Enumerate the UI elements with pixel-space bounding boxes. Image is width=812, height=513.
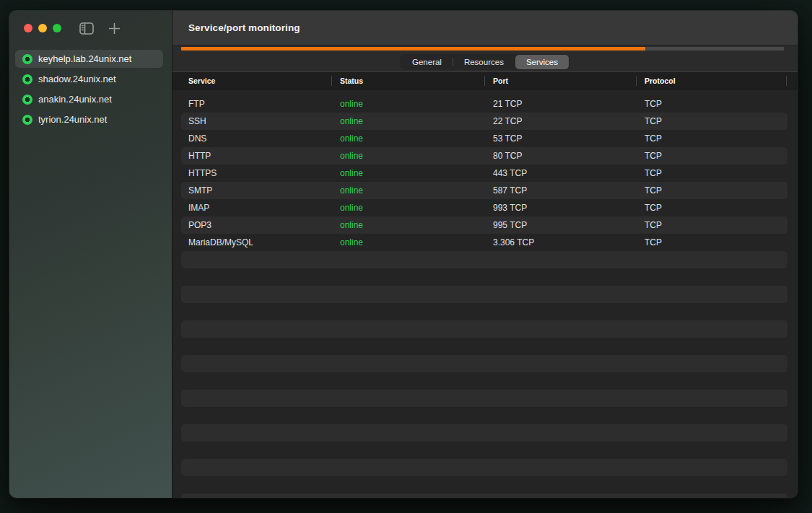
cell-status: online — [331, 234, 484, 251]
table-row-empty[interactable] — [173, 459, 798, 476]
service-table-body: FTP online 21 TCP TCP SSH online 22 TCP … — [173, 89, 798, 498]
table-row[interactable]: HTTP online 80 TCP TCP — [173, 147, 798, 165]
table-row-empty[interactable] — [173, 494, 798, 498]
column-header-service[interactable]: Service — [173, 72, 331, 89]
cell-service: SMTP — [173, 182, 331, 199]
table-row-empty[interactable] — [173, 372, 798, 390]
tab-general[interactable]: General — [401, 55, 453, 69]
cell-port: 3.306 TCP — [484, 234, 636, 251]
sidebar-item-server-3[interactable]: tyrion.24unix.net — [15, 110, 163, 128]
app-window: keyhelp.lab.24unix.net shadow.24unix.net… — [9, 11, 798, 498]
server-status-icon — [22, 54, 32, 64]
sidebar-item-server-1[interactable]: shadow.24unix.net — [15, 70, 163, 88]
server-label: anakin.24unix.net — [38, 94, 112, 105]
column-header-protocol[interactable]: Protocol — [636, 72, 797, 89]
cell-status: online — [331, 147, 484, 165]
table-row[interactable]: IMAP online 993 TCP TCP — [173, 199, 798, 216]
cell-service: POP3 — [173, 216, 331, 234]
cell-port: 22 TCP — [484, 113, 636, 130]
table-row[interactable]: SMTP online 587 TCP TCP — [173, 182, 798, 199]
cell-protocol: TCP — [636, 165, 797, 182]
table-header: ServiceStatusPortProtocol — [173, 72, 798, 89]
cell-service: SSH — [173, 113, 331, 130]
cell-port: 53 TCP — [484, 130, 636, 147]
cell-status: online — [331, 216, 484, 234]
tab-resources[interactable]: Resources — [453, 55, 515, 69]
zoom-button[interactable] — [53, 24, 61, 32]
progress-zone — [173, 45, 798, 52]
server-label: shadow.24unix.net — [38, 74, 116, 84]
table-row[interactable]: DNS online 53 TCP TCP — [173, 130, 798, 147]
cell-port: 80 TCP — [484, 147, 636, 165]
table-row-empty[interactable] — [173, 476, 798, 494]
cell-protocol: TCP — [636, 130, 797, 147]
column-header-port[interactable]: Port — [484, 72, 636, 89]
table-row-empty[interactable] — [173, 424, 798, 442]
server-status-icon — [22, 74, 32, 84]
cell-protocol: TCP — [636, 182, 797, 199]
table-row[interactable]: SSH online 22 TCP TCP — [173, 113, 798, 130]
cell-service: MariaDB/MySQL — [173, 234, 331, 251]
cell-protocol: TCP — [636, 113, 797, 130]
server-status-icon — [22, 95, 32, 105]
sidebar-item-server-0[interactable]: keyhelp.lab.24unix.net — [15, 50, 163, 68]
column-divider — [331, 76, 332, 86]
sidebar: keyhelp.lab.24unix.net shadow.24unix.net… — [9, 11, 173, 498]
cell-port: 443 TCP — [484, 165, 636, 182]
table-row[interactable]: HTTPS online 443 TCP TCP — [173, 165, 798, 182]
cell-port: 587 TCP — [484, 182, 636, 199]
traffic-lights — [24, 24, 61, 32]
cell-status: online — [331, 113, 484, 130]
cell-protocol: TCP — [636, 234, 797, 251]
cell-port: 993 TCP — [484, 199, 636, 216]
cell-service: IMAP — [173, 199, 331, 216]
server-list: keyhelp.lab.24unix.net shadow.24unix.net… — [9, 45, 172, 128]
cell-protocol: TCP — [636, 95, 797, 113]
cell-status: online — [331, 130, 484, 147]
table-row-empty[interactable] — [173, 390, 798, 407]
minimize-button[interactable] — [38, 24, 47, 32]
main-pane: Service/port monitoring GeneralResources… — [173, 11, 798, 498]
main-header: Service/port monitoring — [173, 11, 798, 45]
column-header-status[interactable]: Status — [331, 72, 484, 89]
cell-status: online — [331, 165, 484, 182]
table-row[interactable]: POP3 online 995 TCP TCP — [173, 216, 798, 234]
add-server-icon[interactable] — [106, 20, 122, 36]
tabs-row: GeneralResourcesServices — [173, 52, 798, 72]
table-row-empty[interactable] — [173, 407, 798, 424]
cell-status: online — [331, 182, 484, 199]
tab-segmented-control: GeneralResourcesServices — [400, 54, 570, 70]
table-row-empty[interactable] — [173, 338, 798, 355]
sidebar-toggle-icon[interactable] — [79, 20, 95, 36]
cell-status: online — [331, 199, 484, 216]
page-title: Service/port monitoring — [188, 22, 300, 33]
table-row[interactable]: MariaDB/MySQL online 3.306 TCP TCP — [173, 234, 798, 251]
tab-services[interactable]: Services — [515, 55, 569, 69]
table-row[interactable]: FTP online 21 TCP TCP — [173, 95, 798, 113]
cell-protocol: TCP — [636, 216, 797, 234]
cell-port: 995 TCP — [484, 216, 636, 234]
table-row-empty[interactable] — [173, 268, 798, 286]
server-label: keyhelp.lab.24unix.net — [38, 53, 131, 64]
table-row-empty[interactable] — [173, 442, 798, 459]
sidebar-item-server-2[interactable]: anakin.24unix.net — [15, 90, 163, 108]
column-divider — [484, 76, 485, 86]
table-row-empty[interactable] — [173, 320, 798, 338]
sidebar-toolbar — [9, 11, 172, 45]
cell-protocol: TCP — [636, 199, 797, 216]
cell-service: HTTP — [173, 147, 331, 165]
server-label: tyrion.24unix.net — [38, 114, 107, 125]
table-row-empty[interactable] — [173, 286, 798, 303]
table-row-empty[interactable] — [173, 355, 798, 372]
table-row-empty[interactable] — [173, 303, 798, 320]
cell-service: DNS — [173, 130, 331, 147]
server-status-icon — [22, 115, 32, 125]
refresh-progress-bar — [181, 47, 784, 51]
table-row-empty[interactable] — [173, 251, 798, 268]
cell-protocol: TCP — [636, 147, 797, 165]
cell-service: FTP — [173, 95, 331, 113]
close-button[interactable] — [24, 24, 32, 32]
column-divider — [636, 76, 637, 86]
cell-status: online — [331, 95, 484, 113]
cell-service: HTTPS — [173, 165, 331, 182]
